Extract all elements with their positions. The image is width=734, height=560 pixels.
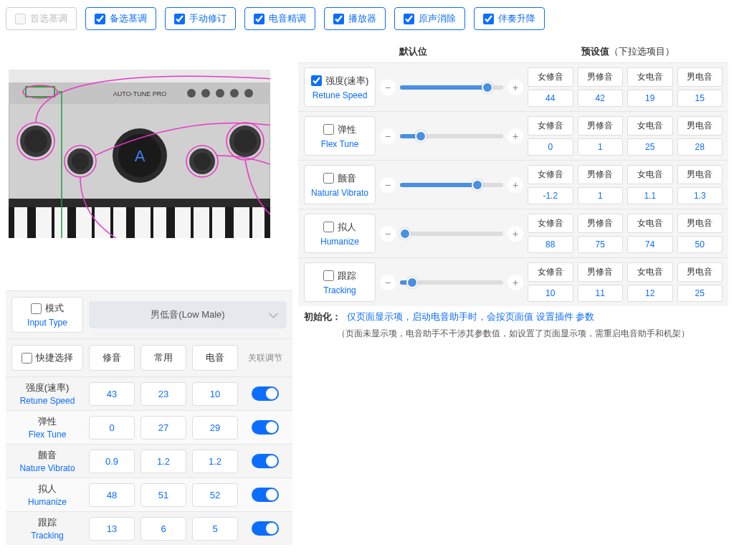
preset-val-0-0[interactable]: 44 xyxy=(528,90,573,107)
param-check-2[interactable] xyxy=(323,173,334,184)
preset-val-3-3[interactable]: 50 xyxy=(677,236,723,253)
bparam-val-3-2[interactable]: 52 xyxy=(192,483,238,507)
slider-0[interactable] xyxy=(400,85,503,90)
preset-val-0-1[interactable]: 42 xyxy=(578,90,624,107)
top-check-input-2[interactable] xyxy=(174,14,185,24)
param-check-0[interactable] xyxy=(311,75,322,86)
top-check-input-4[interactable] xyxy=(333,14,344,24)
quick-col-0[interactable]: 修音 xyxy=(89,345,135,371)
preset-val-2-3[interactable]: 1.3 xyxy=(677,187,723,204)
param-check-3[interactable] xyxy=(323,222,334,232)
plus-btn-1[interactable]: + xyxy=(507,128,523,144)
preset-val-2-2[interactable]: 1.1 xyxy=(627,187,673,204)
bparam-cn-0: 强度(速率) xyxy=(11,381,83,394)
top-check-3[interactable]: 电音精调 xyxy=(244,7,315,30)
bparam-val-0-1[interactable]: 23 xyxy=(140,382,186,406)
top-check-label-5: 原声消除 xyxy=(419,12,456,25)
header-row: 默认位 预设值（下拉选项目） xyxy=(298,41,728,62)
preset-hdr-0-2: 女电音 xyxy=(627,67,673,87)
param-label-1: 弹性Flex Tune xyxy=(304,116,376,156)
svg-point-31 xyxy=(187,89,196,98)
top-check-input-3[interactable] xyxy=(254,14,264,24)
svg-rect-9 xyxy=(54,207,67,238)
bparam-en-2: Nature Vibrato xyxy=(11,463,83,473)
preset-val-4-1[interactable]: 11 xyxy=(578,285,624,302)
bparam-val-1-0[interactable]: 0 xyxy=(89,416,135,440)
top-check-4[interactable]: 播放器 xyxy=(324,7,386,30)
minus-btn-3[interactable]: − xyxy=(380,226,396,242)
param-check-1[interactable] xyxy=(323,124,334,135)
toggle-3[interactable] xyxy=(252,488,279,502)
preset-val-0-3[interactable]: 15 xyxy=(677,90,723,107)
param-check-4[interactable] xyxy=(323,270,334,281)
bparam-val-0-0[interactable]: 43 xyxy=(89,382,135,406)
preset-val-1-2[interactable]: 25 xyxy=(627,138,673,156)
minus-btn-2[interactable]: − xyxy=(380,177,396,193)
plus-btn-3[interactable]: + xyxy=(507,226,523,242)
preset-val-2-1[interactable]: 1 xyxy=(578,187,624,204)
toggle-1[interactable] xyxy=(252,420,279,435)
quick-col-2[interactable]: 电音 xyxy=(192,345,238,371)
bparam-val-1-1[interactable]: 27 xyxy=(140,416,186,440)
toggle-4[interactable] xyxy=(252,521,279,536)
svg-point-28 xyxy=(194,153,211,170)
top-check-5[interactable]: 原声消除 xyxy=(394,7,465,30)
preset-val-3-1[interactable]: 75 xyxy=(578,236,624,253)
preset-val-1-0[interactable]: 0 xyxy=(528,138,573,156)
slider-sec-1: −+ xyxy=(380,116,523,156)
preset-col-4-0: 女修音10 xyxy=(528,262,573,302)
top-check-1[interactable]: 备选基调 xyxy=(85,7,156,30)
plus-btn-0[interactable]: + xyxy=(507,80,523,95)
bparam-val-2-2[interactable]: 1.2 xyxy=(192,450,238,473)
plus-btn-2[interactable]: + xyxy=(507,177,523,193)
svg-rect-17 xyxy=(212,207,225,238)
preset-val-3-2[interactable]: 74 xyxy=(627,236,673,253)
svg-point-24 xyxy=(24,130,47,153)
minus-btn-4[interactable]: − xyxy=(380,275,396,290)
slider-2[interactable] xyxy=(400,183,503,187)
param-row-2: 颤音Natural Vibrato−+女修音-1.2男修音1女电音1.1男电音1… xyxy=(298,160,728,209)
top-check-input-5[interactable] xyxy=(404,14,414,24)
quick-checkbox[interactable] xyxy=(22,353,32,364)
input-type-select[interactable]: 男低音(Low Male) xyxy=(89,301,287,328)
preset-hdr-1-1: 男修音 xyxy=(578,116,624,136)
top-check-input-6[interactable] xyxy=(483,14,494,24)
preset-val-1-3[interactable]: 28 xyxy=(677,138,723,156)
top-check-input-1[interactable] xyxy=(95,14,105,24)
bparam-val-4-2[interactable]: 5 xyxy=(192,517,238,541)
preset-val-2-0[interactable]: -1.2 xyxy=(528,187,573,204)
bparam-val-0-2[interactable]: 10 xyxy=(192,382,238,406)
bparam-en-3: Humanize xyxy=(11,497,83,507)
top-check-6[interactable]: 伴奏升降 xyxy=(474,7,545,30)
preset-col-0-1: 男修音42 xyxy=(578,67,624,107)
slider-3[interactable] xyxy=(400,232,503,236)
mode-checkbox[interactable] xyxy=(31,303,42,314)
toggle-2[interactable] xyxy=(252,454,279,468)
slider-1[interactable] xyxy=(400,134,503,138)
header-preset-note: （下拉选项目） xyxy=(609,46,675,57)
bparam-row-1: 弹性Flex Tune02729 xyxy=(6,410,292,444)
quick-col-1[interactable]: 常用 xyxy=(140,345,186,371)
minus-btn-1[interactable]: − xyxy=(380,128,396,144)
bparam-val-3-0[interactable]: 48 xyxy=(89,483,135,507)
preset-hdr-4-0: 女修音 xyxy=(528,262,573,282)
bparam-val-2-1[interactable]: 1.2 xyxy=(140,450,186,473)
toggle-0[interactable] xyxy=(252,386,279,401)
bparam-val-2-0[interactable]: 0.9 xyxy=(89,450,135,473)
preset-val-4-2[interactable]: 12 xyxy=(627,285,673,302)
preset-val-4-0[interactable]: 10 xyxy=(528,285,573,302)
preset-val-3-0[interactable]: 88 xyxy=(528,236,573,253)
minus-btn-0[interactable]: − xyxy=(380,80,396,95)
preset-val-0-2[interactable]: 19 xyxy=(627,90,673,107)
bparam-val-1-2[interactable]: 29 xyxy=(192,416,238,440)
top-check-2[interactable]: 手动修订 xyxy=(165,7,236,30)
preset-val-1-1[interactable]: 1 xyxy=(578,138,624,156)
bparam-label-4: 跟踪Tracking xyxy=(11,516,83,541)
preset-val-4-3[interactable]: 25 xyxy=(677,285,723,302)
bparam-val-4-1[interactable]: 6 xyxy=(140,517,186,541)
slider-4[interactable] xyxy=(400,280,503,285)
bparam-val-4-0[interactable]: 13 xyxy=(89,517,135,541)
preset-col-1-0: 女修音0 xyxy=(528,116,573,156)
plus-btn-4[interactable]: + xyxy=(507,275,523,290)
bparam-val-3-1[interactable]: 51 xyxy=(140,483,186,507)
